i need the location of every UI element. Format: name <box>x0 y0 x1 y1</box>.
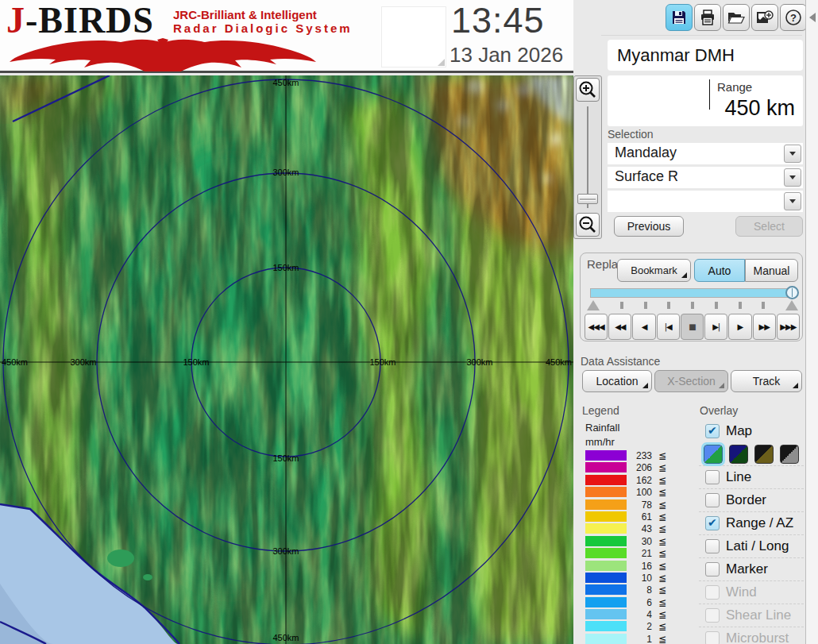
map-style-swatch-1[interactable] <box>704 445 723 464</box>
previous-button[interactable]: Previous <box>614 216 684 237</box>
select-button[interactable]: Select <box>735 216 803 237</box>
overlay-item-label: Range / AZ <box>726 515 793 531</box>
manual-button[interactable]: Manual <box>745 259 798 282</box>
legend-lte-symbol: ≦ <box>658 475 666 486</box>
selection-label: Selection <box>608 128 654 141</box>
memo-box[interactable] <box>381 6 446 67</box>
legend-lte-symbol: ≦ <box>658 450 666 461</box>
header: J-BIRDS JRC-Brilliant & Intelligent Rada… <box>0 0 601 73</box>
rewind-fast-button[interactable]: ◀◀ <box>608 314 631 340</box>
zoom-slider-track[interactable] <box>587 106 588 208</box>
radar-map[interactable]: 450km 300km 150km 150km 300km 450km 450k… <box>0 75 573 644</box>
replay-slider-handle[interactable] <box>785 286 799 299</box>
menu-corner-icon <box>681 272 687 278</box>
collapse-left-icon <box>809 13 816 22</box>
location-button[interactable]: Location <box>582 370 652 392</box>
overlay-item-microburst[interactable]: Microburst <box>699 627 804 644</box>
save-button[interactable] <box>666 4 693 31</box>
brand-logo: J-BIRDS JRC-Brilliant & Intelligent Rada… <box>6 2 324 70</box>
stop-button[interactable]: ■ <box>681 314 704 340</box>
chevron-down-icon <box>789 199 796 203</box>
zoom-slider-handle[interactable] <box>577 194 598 204</box>
checkbox[interactable] <box>705 516 720 530</box>
checkbox[interactable] <box>705 493 720 507</box>
checkbox[interactable] <box>705 424 720 438</box>
map-style-swatch-3[interactable] <box>754 445 774 464</box>
x-section-button[interactable]: X-Section <box>654 370 728 392</box>
checkbox[interactable] <box>705 585 720 600</box>
step-forward-button[interactable]: ▶| <box>704 314 727 340</box>
overlay-item-marker[interactable]: Marker <box>699 558 804 581</box>
dropdown-extra-button[interactable] <box>784 192 801 210</box>
folder-open-icon <box>727 10 745 25</box>
legend-lte-symbol: ≦ <box>658 609 666 620</box>
bookmark-button[interactable]: Bookmark <box>617 259 691 282</box>
replay-progress-track[interactable] <box>590 288 794 298</box>
legend-value: 2 <box>620 621 652 632</box>
ring-label-450-left: 450km <box>2 357 28 367</box>
legend-entry: 30 ≦ <box>585 535 673 547</box>
dropdown-product[interactable]: Surface R <box>608 167 803 188</box>
brand-title-rest: -BIRDS <box>25 0 154 40</box>
legend-value: 6 <box>620 597 652 608</box>
forward-fast-button[interactable]: ▶▶ <box>753 314 776 340</box>
auto-button[interactable]: Auto <box>694 259 745 282</box>
save-icon <box>671 10 687 25</box>
forward-fastest-button[interactable]: ▶▶▶ <box>777 314 800 340</box>
zoom-in-button[interactable] <box>576 78 600 102</box>
ring-label-150-left: 150km <box>183 357 209 367</box>
dropdown-extra[interactable] <box>608 191 803 212</box>
legend-entry: 10 ≦ <box>585 572 673 584</box>
resize-grip-icon[interactable] <box>438 59 445 66</box>
overlay-item-wind[interactable]: Wind <box>699 581 804 604</box>
capture-add-button[interactable] <box>751 4 778 31</box>
legend-lte-symbol: ≦ <box>658 548 666 559</box>
legend-value: 206 <box>620 462 652 473</box>
panel-collapse-splitter[interactable] <box>805 0 818 644</box>
dropdown-product-button[interactable] <box>784 168 801 187</box>
play-button[interactable]: ▶ <box>728 314 751 340</box>
rewind-fastest-button[interactable]: ◀◀◀ <box>585 314 608 340</box>
open-folder-button[interactable] <box>723 4 750 31</box>
legend-entry: 2 ≦ <box>585 620 673 632</box>
play-reverse-button[interactable]: ◀ <box>632 314 655 340</box>
legend-entry: 162 ≦ <box>585 474 673 486</box>
checkbox[interactable] <box>705 631 720 644</box>
dropdown-site-button[interactable] <box>784 145 801 163</box>
playback-controls: ◀◀◀ ◀◀ ◀ |◀ ■ ▶| ▶ ▶▶ ▶▶▶ <box>585 314 800 340</box>
dropdown-product-value: Surface R <box>615 168 678 185</box>
track-button[interactable]: Track <box>731 370 802 392</box>
legend-lte-symbol: ≦ <box>658 536 666 547</box>
print-button[interactable] <box>694 4 721 31</box>
checkbox[interactable] <box>705 608 720 623</box>
overlay-item-map[interactable]: Map <box>699 419 804 442</box>
dropdown-site[interactable]: Mandalay <box>608 143 803 164</box>
legend-lte-symbol: ≦ <box>658 634 666 644</box>
step-back-button[interactable]: |◀ <box>657 314 680 340</box>
eagle-logo-icon <box>8 38 318 71</box>
magnifier-minus-icon <box>578 215 597 234</box>
overlay-item-lati-long[interactable]: Lati / Long <box>699 535 804 558</box>
legend-lte-symbol: ≦ <box>658 499 666 511</box>
ring-label-450-right: 450km <box>546 357 572 367</box>
help-button[interactable]: ? <box>780 4 807 31</box>
overlay-item-range-az[interactable]: Range / AZ <box>699 512 804 535</box>
overlay-item-border[interactable]: Border <box>699 489 804 512</box>
replay-ticks <box>587 300 798 310</box>
legend-value: 8 <box>620 584 652 596</box>
map-style-swatch-2[interactable] <box>729 445 748 464</box>
overlay-item-label: Lati / Long <box>726 538 789 554</box>
checkbox[interactable] <box>705 562 720 577</box>
overlay-title: Overlay <box>700 404 738 417</box>
ring-label-300-right: 300km <box>466 357 492 367</box>
overlay-item-line[interactable]: Line <box>699 466 804 489</box>
checkbox[interactable] <box>705 470 720 484</box>
checkbox[interactable] <box>705 539 720 553</box>
range-end-marker[interactable] <box>785 300 798 310</box>
ring-label-150-top: 150km <box>272 263 299 272</box>
map-style-swatch-4[interactable] <box>780 445 799 464</box>
overlay-item-shear-line[interactable]: Shear Line <box>699 604 804 627</box>
range-start-marker[interactable] <box>587 300 600 310</box>
legend-value: 233 <box>620 450 652 461</box>
zoom-out-button[interactable] <box>576 213 600 237</box>
